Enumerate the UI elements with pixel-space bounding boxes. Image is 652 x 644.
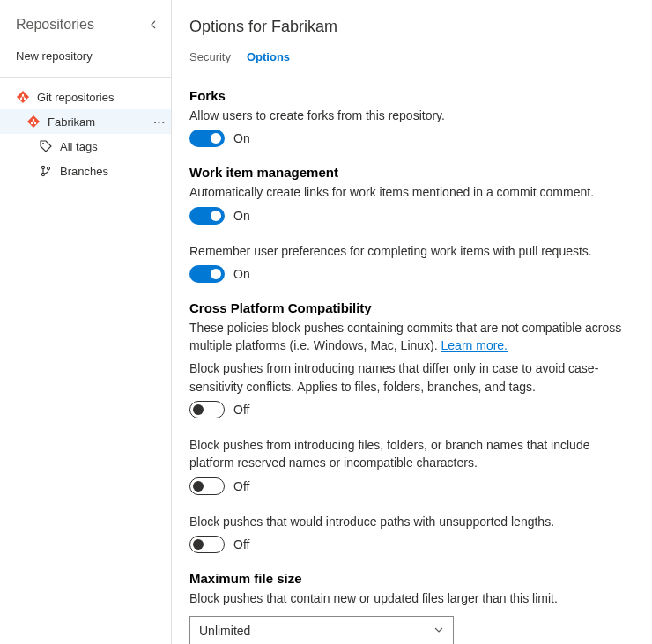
max-file-size-select[interactable]: Unlimited [189, 616, 454, 644]
section-cpc-heading: Cross Platform Compatibility [189, 300, 634, 315]
chevron-down-icon [433, 624, 444, 638]
wim-toggle-1[interactable] [189, 207, 225, 225]
wim-desc-2: Remember user preferences for completing… [189, 242, 634, 260]
sidebar-item-label: Fabrikam [48, 115, 95, 129]
forks-toggle[interactable] [189, 130, 225, 147]
cpc-toggle-2[interactable] [189, 477, 225, 495]
sidebar: Repositories New repository Git reposito… [0, 0, 172, 644]
cpc-toggle-1[interactable] [189, 401, 225, 418]
tab-options[interactable]: Options [247, 50, 290, 67]
cpc-desc-1: Block pushes from introducing names that… [189, 359, 634, 396]
tab-security[interactable]: Security [189, 50, 231, 67]
wim-desc-1: Automatically create links for work item… [189, 183, 634, 201]
collapse-sidebar-icon[interactable] [143, 14, 164, 35]
sidebar-item-label: Branches [60, 165, 108, 178]
git-repo-icon [16, 90, 30, 104]
sidebar-item-branches[interactable]: Branches [0, 159, 171, 183]
section-forks-heading: Forks [189, 88, 634, 103]
svg-point-6 [42, 143, 44, 144]
cpc-intro: These policies block pushes containing c… [189, 319, 634, 355]
section-mfs-heading: Maximum file size [189, 571, 634, 586]
page-title: Options for Fabrikam [189, 18, 634, 36]
cpc-desc-2: Block pushes from introducing files, fol… [189, 436, 634, 472]
wim-toggle-2-label: On [233, 267, 250, 281]
max-file-size-value: Unlimited [199, 624, 250, 638]
tag-icon [39, 139, 53, 153]
sidebar-item-label: All tags [60, 140, 98, 153]
svg-point-8 [41, 173, 44, 175]
mfs-desc: Block pushes that contain new or updated… [189, 589, 634, 607]
tabs: Security Options [189, 50, 634, 67]
learn-more-link[interactable]: Learn more. [441, 338, 508, 352]
svg-point-7 [41, 166, 44, 168]
more-options-icon[interactable]: ··· [153, 115, 166, 129]
new-repository-link[interactable]: New repository [0, 42, 171, 78]
sidebar-item-label: Git repositories [37, 91, 114, 104]
cpc-toggle-3[interactable] [189, 536, 225, 553]
branch-icon [39, 164, 53, 178]
forks-toggle-label: On [233, 131, 250, 145]
cpc-toggle-1-label: Off [233, 403, 249, 417]
forks-description: Allow users to create forks from this re… [189, 107, 634, 124]
section-wim-heading: Work item management [189, 165, 634, 180]
cpc-desc-3: Block pushes that would introduce paths … [189, 513, 634, 530]
sidebar-item-fabrikam[interactable]: Fabrikam ··· [0, 109, 171, 134]
main-content: Options for Fabrikam Security Options Fo… [172, 0, 652, 644]
cpc-intro-text: These policies block pushes containing c… [189, 321, 621, 352]
sidebar-title: Repositories [16, 17, 94, 33]
svg-point-9 [47, 167, 49, 169]
sidebar-item-all-tags[interactable]: All tags [0, 134, 171, 159]
sidebar-item-git-repositories[interactable]: Git repositories [0, 85, 171, 109]
cpc-toggle-2-label: Off [233, 479, 249, 493]
wim-toggle-1-label: On [233, 209, 250, 223]
wim-toggle-2[interactable] [189, 265, 225, 283]
cpc-toggle-3-label: Off [233, 537, 249, 551]
git-repo-icon [26, 115, 41, 129]
